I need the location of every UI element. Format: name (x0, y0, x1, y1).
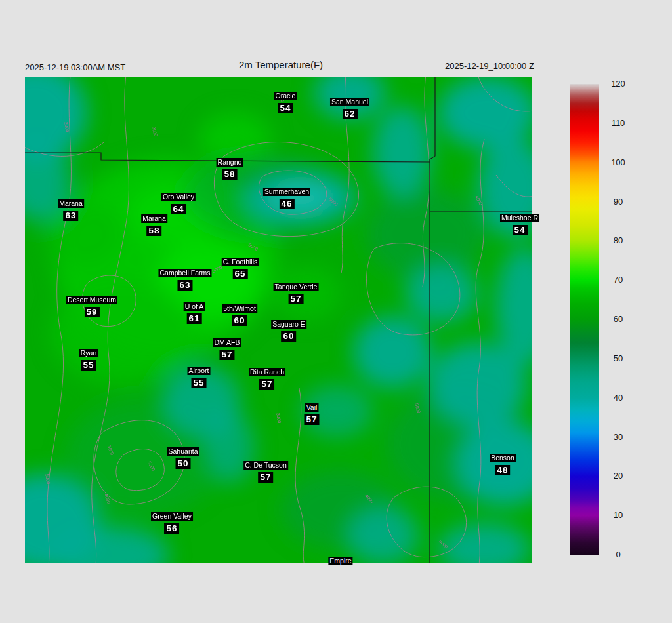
station-name: Muleshoe R (500, 214, 539, 222)
colorbar-gradient (570, 84, 599, 555)
station-temperature-value: 57 (258, 472, 273, 483)
station-label: 5th/Wilmot60 (222, 302, 257, 326)
station-label: Rangno58 (217, 155, 243, 180)
station-label: U of A61 (184, 300, 205, 324)
station-name: Tanque Verde (274, 283, 319, 291)
station-name: Green Valley (151, 512, 193, 521)
station-label: Sahuarita50 (167, 445, 200, 469)
timestamp-utc: 2025-12-19_10:00:00 Z (445, 61, 534, 71)
station-label: C. De Tucson57 (243, 458, 288, 483)
station-temperature-value: 60 (232, 315, 247, 326)
station-label: Ryan55 (79, 346, 98, 371)
station-name: 5th/Wilmot (222, 304, 257, 313)
station-temperature-value: 54 (512, 225, 527, 235)
station-name: Saguaro E (271, 320, 306, 329)
station-temperature-value: 54 (278, 103, 293, 113)
station-temperature-value: 64 (171, 204, 186, 214)
station-name: Desert Museum (66, 296, 117, 304)
colorbar-tick-label: 40 (607, 393, 629, 403)
colorbar-tick-label: 120 (607, 79, 629, 89)
colorbar-tick-label: 20 (607, 471, 629, 481)
station-name: Campbell Farms (158, 269, 211, 277)
station-temperature-value: 57 (288, 294, 303, 304)
colorbar-tick-label: 70 (607, 275, 629, 285)
station-temperature-value: 57 (219, 350, 234, 360)
station-label: Marana58 (141, 212, 167, 236)
page-title: 2m Temperature(F) (239, 59, 323, 70)
station-label: Saguaro E60 (271, 317, 306, 342)
station-label: Oracle54 (274, 89, 297, 113)
station-name: Oro Valley (161, 193, 196, 201)
station-temperature-value: 59 (84, 307, 99, 317)
station-label: Oro Valley64 (161, 190, 196, 214)
station-label: Muleshoe R54 (500, 211, 539, 235)
colorbar: 1201101009080706050403020100 (570, 84, 599, 555)
station-temperature-value: 50 (175, 458, 190, 469)
station-name: Rangno (217, 158, 243, 167)
station-temperature-value: 55 (191, 378, 206, 388)
station-label: Tanque Verde57 (274, 280, 319, 304)
station-label: Empire (328, 554, 352, 566)
station-name: Rita Ranch (249, 368, 285, 376)
station-temperature-value: 62 (342, 109, 357, 119)
station-name: Ryan (79, 349, 98, 357)
colorbar-tick-label: 0 (607, 550, 629, 560)
station-temperature-value: 58 (222, 169, 237, 180)
station-label: Summerhaven46 (263, 185, 310, 209)
station-label: Marana63 (58, 197, 84, 221)
station-label: San Manuel62 (330, 95, 369, 119)
station-temperature-value: 60 (281, 331, 296, 342)
station-temperature-value: 46 (279, 199, 294, 209)
station-temperature-value: 48 (495, 465, 510, 475)
station-label: Vail57 (304, 401, 319, 425)
station-name: C. De Tucson (243, 461, 288, 470)
station-label: Benson48 (490, 451, 516, 475)
station-temperature-value: 65 (232, 269, 247, 279)
station-name: Sahuarita (167, 447, 200, 456)
colorbar-tick-label: 110 (607, 118, 629, 129)
station-name: Summerhaven (263, 188, 310, 196)
station-label: DM AFB57 (213, 336, 241, 360)
station-label: C. Foothills65 (222, 255, 259, 279)
station-name: Benson (490, 454, 516, 462)
station-name: Oracle (274, 92, 297, 100)
station-temperature-value: 63 (63, 211, 78, 221)
timestamp-local: 2025-12-19 03:00AM MST (25, 62, 125, 72)
colorbar-tick-label: 80 (607, 235, 629, 246)
colorbar-tick-label: 50 (607, 353, 629, 364)
station-label: Green Valley56 (151, 510, 193, 534)
colorbar-tick-label: 30 (607, 432, 629, 443)
station-temperature-value: 57 (259, 379, 274, 390)
station-temperature-value: 61 (186, 313, 201, 324)
station-name: Empire (328, 557, 352, 565)
station-label: Rita Ranch57 (249, 365, 285, 390)
station-name: U of A (184, 302, 205, 311)
colorbar-tick-label: 10 (607, 510, 629, 521)
station-name: San Manuel (330, 98, 369, 106)
temperature-map: 2000300040005000600030004000300050004000… (25, 77, 532, 563)
station-name: Airport (188, 367, 211, 375)
station-name: DM AFB (213, 338, 241, 347)
colorbar-tick-label: 60 (607, 314, 629, 325)
station-name: Vail (305, 403, 319, 412)
station-name: C. Foothills (222, 258, 259, 266)
colorbar-tick-label: 90 (607, 197, 629, 207)
station-label: Campbell Farms63 (158, 266, 211, 291)
station-temperature-value: 57 (304, 414, 319, 425)
colorbar-tick-label: 100 (607, 157, 629, 168)
station-temperature-value: 55 (81, 360, 96, 371)
station-label: Desert Museum59 (66, 293, 117, 317)
station-temperature-value: 58 (146, 226, 161, 236)
station-label: Airport55 (188, 364, 211, 388)
station-name: Marana (58, 199, 84, 208)
station-temperature-value: 63 (177, 280, 192, 291)
station-name: Marana (141, 214, 167, 223)
station-temperature-value: 56 (164, 523, 179, 534)
